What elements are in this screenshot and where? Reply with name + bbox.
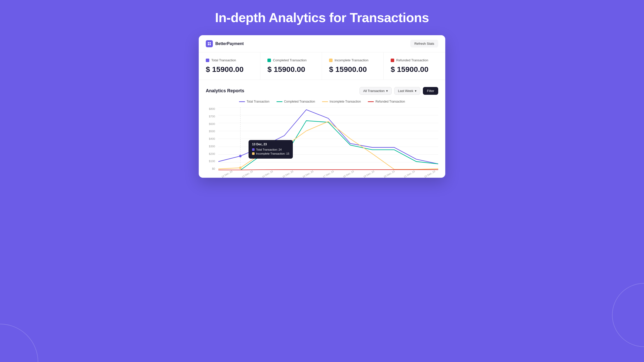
dashboard-header: BetterPayment Refresh Stats — [199, 35, 445, 52]
filter-type-button[interactable]: All Transaction ▾ — [359, 87, 392, 95]
stat-label-row-total: Total Transaction — [206, 58, 253, 62]
x-label-10: 22 Dec, 23 — [424, 170, 435, 178]
legend-label-total: Total Transaction — [247, 100, 269, 103]
stat-label-row-completed: Completed Transaction — [267, 58, 315, 62]
x-label-5: 17 Dec, 23 — [322, 170, 334, 178]
x-label-1: 13 Dec, 23 — [241, 170, 253, 178]
y-label-500: $500 — [209, 130, 215, 133]
stat-label-incomplete: Incomplete Transaction — [335, 58, 368, 62]
legend-label-completed: Completed Transaction — [284, 100, 315, 103]
legend-label-incomplete: Incomplete Transaction — [330, 100, 361, 103]
legend-line-refunded — [368, 101, 374, 102]
y-label-800: $800 — [209, 107, 215, 110]
stat-card-incomplete: Incomplete Transaction $ 15900.00 — [322, 52, 384, 80]
stat-card-total: Total Transaction $ 15900.00 — [199, 52, 260, 80]
page-title: In-depth Analytics for Transactions — [215, 10, 429, 25]
stat-label-total: Total Transaction — [211, 58, 236, 62]
legend-item-incomplete: Incomplete Transaction — [322, 100, 361, 103]
y-label-100: $100 — [209, 160, 215, 163]
x-label-0: 12 Dec, 23 — [221, 170, 233, 178]
brand-icon — [206, 40, 213, 47]
x-label-3: 15 Dec, 23 — [282, 170, 294, 178]
x-axis: 12 Dec, 23 13 Dec, 23 14 Dec, 23 15 Dec,… — [218, 170, 438, 178]
svg-point-15 — [239, 166, 242, 169]
stat-label-row-incomplete: Incomplete Transaction — [329, 58, 376, 62]
y-label-600: $600 — [209, 122, 215, 125]
stat-value-completed: $ 15900.00 — [267, 65, 315, 74]
analytics-header: Analytics Reports All Transaction ▾ Last… — [206, 87, 438, 95]
stat-dot-incomplete — [329, 59, 333, 62]
analytics-title: Analytics Reports — [206, 88, 244, 94]
x-label-8: 20 Dec, 23 — [383, 170, 395, 178]
legend-item-completed: Completed Transaction — [276, 100, 315, 103]
analytics-section: Analytics Reports All Transaction ▾ Last… — [199, 80, 445, 178]
stat-dot-completed — [267, 59, 271, 62]
svg-rect-3 — [210, 44, 211, 45]
stat-dot-total — [206, 59, 209, 62]
refresh-stats-button[interactable]: Refresh Stats — [410, 40, 438, 48]
svg-rect-2 — [208, 44, 209, 45]
legend-item-refunded: Refunded Transaction — [368, 100, 405, 103]
stats-row: Total Transaction $ 15900.00 Completed T… — [199, 52, 445, 80]
x-label-7: 19 Dec, 23 — [363, 170, 375, 178]
stat-label-row-refunded: Refunded Transaction — [391, 58, 438, 62]
y-label-200: $200 — [209, 152, 215, 155]
analytics-controls: All Transaction ▾ Last Week ▾ Filter — [359, 87, 438, 95]
x-label-2: 14 Dec, 23 — [262, 170, 273, 178]
svg-point-14 — [239, 155, 242, 157]
stat-card-completed: Completed Transaction $ 15900.00 — [260, 52, 322, 80]
y-axis: $800 $700 $600 $500 $400 $300 $200 $100 … — [206, 107, 217, 170]
legend-item-total: Total Transaction — [239, 100, 269, 103]
x-label-6: 18 Dec, 23 — [343, 170, 354, 178]
x-label-4: 16 Dec, 23 — [302, 170, 314, 178]
stat-card-refunded: Refunded Transaction $ 15900.00 — [384, 52, 445, 80]
chart-svg-area: 13 Dec, 23 Total Transaction: 24 Incompl… — [218, 107, 438, 170]
stat-label-completed: Completed Transaction — [273, 58, 307, 62]
stat-dot-refunded — [391, 59, 394, 62]
stat-value-total: $ 15900.00 — [206, 65, 253, 74]
legend-line-total — [239, 101, 245, 102]
chart-legend: Total Transaction Completed Transaction … — [206, 100, 438, 103]
x-label-9: 21 Dec, 23 — [404, 170, 415, 178]
y-label-700: $700 — [209, 115, 215, 118]
stat-value-refunded: $ 15900.00 — [391, 65, 438, 74]
y-label-300: $300 — [209, 145, 215, 148]
stat-value-incomplete: $ 15900.00 — [329, 65, 376, 74]
svg-rect-0 — [208, 42, 209, 43]
y-label-400: $400 — [209, 137, 215, 140]
legend-label-refunded: Refunded Transaction — [375, 100, 405, 103]
dashboard-card: BetterPayment Refresh Stats Total Transa… — [199, 35, 445, 178]
stat-label-refunded: Refunded Transaction — [396, 58, 428, 62]
filter-apply-button[interactable]: Filter — [423, 87, 438, 95]
filter-time-button[interactable]: Last Week ▾ — [394, 87, 420, 95]
brand-name: BetterPayment — [215, 41, 244, 46]
brand: BetterPayment — [206, 40, 244, 47]
legend-line-completed — [276, 101, 283, 102]
svg-rect-1 — [210, 42, 211, 43]
legend-line-incomplete — [322, 101, 328, 102]
chart-container: $800 $700 $600 $500 $400 $300 $200 $100 … — [206, 107, 438, 178]
y-label-0: $0 — [212, 167, 215, 170]
